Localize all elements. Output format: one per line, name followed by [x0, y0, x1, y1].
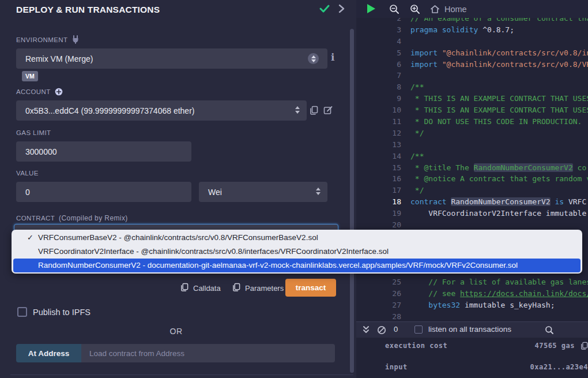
code-text: * THIS IS AN EXAMPLE CONTRACT THAT USES	[410, 93, 588, 104]
code-text: contract RandomNumberConsumerV2 is VRFC	[410, 196, 586, 208]
clear-console-icon[interactable]	[377, 325, 386, 335]
code-text: VRFCoordinatorV2Interface immutable	[410, 208, 586, 219]
code-line[interactable]: 5import "@chainlink/contracts/src/v0.8/i…	[356, 47, 588, 59]
gas-limit-input[interactable]	[16, 141, 191, 162]
terminal-row-key: execution cost	[385, 342, 447, 350]
line-number: 10	[356, 104, 410, 116]
code-line[interactable]: 16 * @notice A contract that gets random…	[356, 173, 588, 185]
run-script-play-icon[interactable]	[367, 4, 375, 13]
code-line[interactable]: 3pragma solidity ^0.8.7;	[356, 24, 588, 36]
code-line[interactable]: 27 bytes32 immutable s_keyHash;	[356, 300, 588, 311]
contract-option[interactable]: RandomNumberConsumerV2 - documentation-g…	[13, 259, 581, 272]
code-line[interactable]: 2// An example of a consumer contract th…	[356, 18, 588, 24]
code-line[interactable]: 7	[356, 70, 588, 81]
line-number: 4	[356, 36, 410, 47]
contract-option[interactable]: VRFCoordinatorV2Interface - @chainlink/c…	[12, 245, 582, 259]
copy-parameters-icon[interactable]	[232, 283, 240, 291]
line-number: 7	[356, 70, 410, 81]
code-line[interactable]: 13	[356, 139, 588, 151]
environment-select[interactable]: Remix VM (Merge)	[16, 48, 327, 69]
code-text: * THIS IS AN EXAMPLE CONTRACT THAT USES	[410, 104, 588, 116]
panel-scrollbar[interactable]	[350, 29, 354, 373]
code-line[interactable]: 4	[356, 36, 588, 47]
calldata-label[interactable]: Calldata	[193, 284, 221, 293]
code-text: import "@chainlink/contracts/src/v0.8/VR	[410, 59, 588, 70]
plus-circle-icon[interactable]	[55, 88, 63, 96]
code-line[interactable]: 25 // For a list of available gas lanes	[356, 276, 588, 288]
zoom-in-icon[interactable]	[410, 4, 420, 14]
zoom-out-icon[interactable]	[389, 4, 399, 14]
copy-calldata-icon[interactable]	[180, 283, 189, 291]
code-text: */	[410, 185, 424, 196]
code-line[interactable]: 19 VRFCoordinatorV2Interface immutable	[356, 208, 588, 219]
contract-dropdown: ✓VRFConsumerBaseV2 - @chainlink/contract…	[12, 230, 582, 274]
terminal-toolbar: 0 listen on all transactions	[356, 321, 588, 338]
account-value: 0x5B3...eddC4 (99.99999999997374068 ethe…	[16, 106, 194, 115]
publish-ipfs-label: Publish to IPFS	[33, 308, 91, 317]
parameters-label[interactable]: Parameters	[245, 284, 284, 293]
code-text: // For a list of available gas lanes	[410, 276, 588, 288]
code-line[interactable]: 14/**	[356, 151, 588, 162]
transact-button[interactable]: transact	[285, 279, 336, 297]
info-icon[interactable]: i	[331, 51, 334, 63]
check-icon: ✓	[27, 231, 33, 245]
code-line[interactable]: 17 */	[356, 185, 588, 196]
copy-account-icon[interactable]	[310, 106, 318, 115]
collapse-terminal-icon[interactable]	[362, 325, 370, 335]
terminal-row-key: input	[385, 363, 408, 371]
line-number: 18	[356, 196, 410, 208]
code-text: * @notice A contract that gets random v	[410, 173, 588, 185]
at-address-button[interactable]: At Address	[16, 344, 81, 362]
listen-transactions-label: listen on all transactions	[428, 325, 511, 334]
code-line[interactable]: 15 * @title The RandomNumberConsumerV2 c…	[356, 162, 588, 174]
code-line[interactable]: 28	[356, 311, 588, 321]
contract-option[interactable]: ✓VRFConsumerBaseV2 - @chainlink/contract…	[12, 231, 582, 245]
at-address-input[interactable]	[81, 344, 335, 362]
select-updown-icon	[308, 53, 319, 64]
copy-icon[interactable]	[581, 342, 588, 350]
code-line[interactable]: 11 * DO NOT USE THIS CODE IN PRODUCTION.	[356, 116, 588, 128]
home-icon	[430, 5, 440, 14]
code-line[interactable]: 10 * THIS IS AN EXAMPLE CONTRACT THAT US…	[356, 104, 588, 116]
code-text: /**	[410, 81, 424, 93]
compile-success-check-icon	[319, 3, 330, 14]
code-line[interactable]: 12 */	[356, 128, 588, 139]
account-select[interactable]: 0x5B3...eddC4 (99.99999999997374068 ethe…	[16, 100, 307, 121]
vm-badge: VM	[22, 71, 38, 81]
line-number: 25	[356, 276, 410, 288]
value-label: VALUE	[16, 170, 39, 177]
code-text: /**	[410, 151, 424, 162]
line-number: 28	[356, 311, 410, 321]
deploy-run-panel: DEPLOY & RUN TRANSACTIONS ENVIRONMENT Re…	[0, 0, 356, 378]
publish-ipfs-checkbox[interactable]	[17, 307, 27, 317]
line-number: 13	[356, 139, 410, 151]
line-number: 11	[356, 116, 410, 128]
code-line[interactable]: 18contract RandomNumberConsumerV2 is VRF…	[356, 196, 588, 208]
line-number: 27	[356, 300, 410, 311]
terminal-row: execution cost47565 gas	[385, 342, 588, 350]
line-number: 3	[356, 24, 410, 36]
panel-divider	[10, 375, 353, 375]
code-editor[interactable]: 2// An example of a consumer contract th…	[356, 18, 588, 321]
value-unit-select[interactable]: Wei	[199, 182, 327, 202]
code-line[interactable]: 6import "@chainlink/contracts/src/v0.8/V…	[356, 59, 588, 70]
code-line[interactable]: 8/**	[356, 81, 588, 93]
line-number: 26	[356, 288, 410, 300]
code-line[interactable]: 20	[356, 219, 588, 231]
listen-transactions-checkbox[interactable]	[414, 325, 423, 334]
code-line[interactable]: 9 * THIS IS AN EXAMPLE CONTRACT THAT USE…	[356, 93, 588, 104]
remix-ide-window: DEPLOY & RUN TRANSACTIONS ENVIRONMENT Re…	[0, 0, 588, 378]
code-line[interactable]: 26 // see https://docs.chain.link/docs/	[356, 288, 588, 300]
code-text: // An example of a consumer contract tha…	[410, 18, 588, 24]
chevron-right-icon[interactable]	[337, 3, 346, 14]
terminal-output: execution cost47565 gasinput0xa21...a23e…	[356, 338, 588, 378]
code-text: bytes32 immutable s_keyHash;	[410, 300, 555, 311]
code-text: */	[410, 128, 424, 139]
edit-account-icon[interactable]	[323, 106, 333, 115]
code-text: // see https://docs.chain.link/docs/	[410, 288, 588, 300]
code-lines: 2// An example of a consumer contract th…	[356, 18, 588, 321]
line-number: 15	[356, 162, 410, 174]
terminal-row: input0xa21...a23e4	[385, 363, 588, 371]
value-input[interactable]	[16, 182, 191, 202]
tab-home[interactable]: Home	[425, 0, 472, 18]
